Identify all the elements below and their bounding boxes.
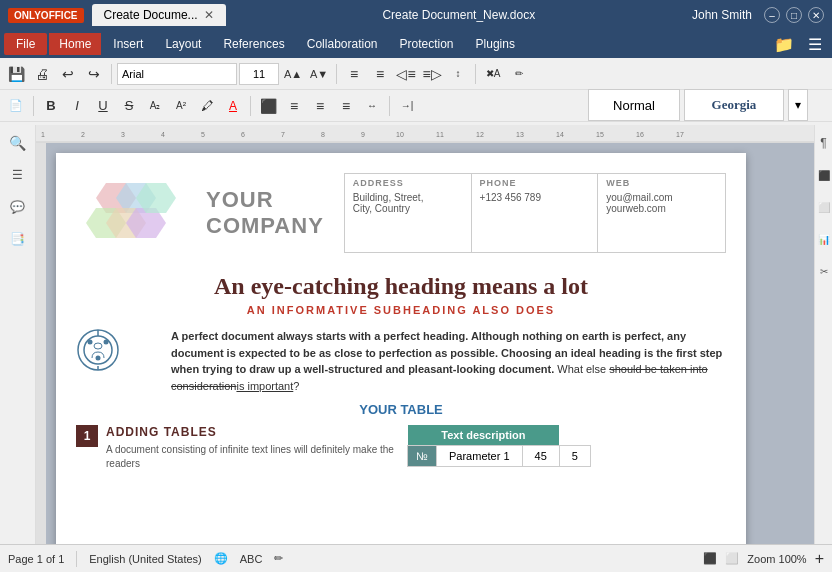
redo-button[interactable]: ↪ [82,62,106,86]
svg-text:1: 1 [41,131,45,138]
indent-tab-button[interactable]: →| [395,94,419,118]
svg-rect-19 [36,143,46,544]
title-bar: ONLYOFFICE Create Docume... ✕ Create Doc… [0,0,832,30]
view-mode-icon2[interactable]: ⬜ [725,552,739,565]
line-spacing-button[interactable]: ↕ [446,62,470,86]
close-button[interactable]: ✕ [808,7,824,23]
toolbar-separator-2 [336,64,337,84]
company-name-line2: COMPANY [206,213,324,239]
table-param-value: Parameter 1 [437,446,523,467]
body-text-whatelse: What else [557,363,609,375]
font-size-increase-button[interactable]: A▲ [281,62,305,86]
svg-text:14: 14 [556,131,564,138]
settings-icon[interactable]: ☰ [802,35,828,54]
spell-check-icon[interactable]: ABC [240,553,263,565]
menu-references[interactable]: References [213,33,294,55]
clear-format-button[interactable]: ✖A [481,62,505,86]
svg-text:9: 9 [361,131,365,138]
style-selector-area: Normal Georgia ▾ [588,89,808,121]
svg-text:17: 17 [676,131,684,138]
print-button[interactable]: 🖨 [30,62,54,86]
save-button[interactable]: 💾 [4,62,28,86]
status-bar: Page 1 of 1 English (United States) 🌐 AB… [0,544,832,572]
minimize-button[interactable]: – [764,7,780,23]
language-globe-icon[interactable]: 🌐 [214,552,228,565]
strikethrough-button[interactable]: S [117,94,141,118]
ltr-rtl-button[interactable]: ↔ [360,94,384,118]
menu-plugins[interactable]: Plugins [466,33,525,55]
align-justify-button[interactable]: ≡ [334,94,358,118]
menu-bar: File Home Insert Layout References Colla… [0,30,832,58]
style-name-box[interactable]: Normal [588,89,680,121]
document-area[interactable]: YOUR COMPANY ADDRESS Building, Street, C… [36,143,814,544]
view-mode-icon1[interactable]: ⬛ [703,552,717,565]
font-size-input[interactable] [239,63,279,85]
track-changes-icon[interactable]: ✏ [274,552,283,565]
address-column: ADDRESS Building, Street, City, Country [345,174,472,252]
sub-heading: AN INFORMATIVE SUBHEADING ALSO DOES [76,304,726,316]
menu-insert[interactable]: Insert [103,33,153,55]
headings-button[interactable]: ☰ [4,161,32,189]
decrease-indent-button[interactable]: ◁≡ [394,62,418,86]
highlight-button[interactable]: 🖍 [195,94,219,118]
bullets-button[interactable]: ≡ [342,62,366,86]
subscript-button[interactable]: A₂ [143,94,167,118]
svg-text:6: 6 [241,131,245,138]
section-left: 1 ADDING TABLES A document consisting of… [76,425,395,471]
font-color-button[interactable]: A [221,94,245,118]
align-left-button[interactable]: ⬛ [256,94,280,118]
svg-text:16: 16 [636,131,644,138]
increase-indent-button[interactable]: ≡▷ [420,62,444,86]
quick-access-button[interactable]: 📄 [4,94,28,118]
bold-button[interactable]: B [39,94,63,118]
italic-button[interactable]: I [65,94,89,118]
superscript-button[interactable]: A² [169,94,193,118]
style-dropdown-button[interactable]: ▾ [788,89,808,121]
app-logo: ONLYOFFICE [8,8,84,23]
sidebar-left: 🔍 ☰ 💬 📑 [0,125,36,545]
svg-point-32 [96,356,101,361]
ruler: 1 2 3 4 5 6 7 8 9 10 11 12 13 14 15 16 1… [36,125,814,143]
toolbar-separator-4 [33,96,34,116]
contact-info: ADDRESS Building, Street, City, Country … [344,173,726,253]
tab-close-icon[interactable]: ✕ [204,8,214,22]
font-name-input[interactable] [117,63,237,85]
menu-file[interactable]: File [4,33,47,55]
maximize-button[interactable]: □ [786,7,802,23]
copy-style-button[interactable]: ✏ [507,62,531,86]
adding-tables-section: 1 ADDING TABLES A document consisting of… [76,425,726,471]
file-open-icon[interactable]: 📁 [768,35,800,54]
menu-protection[interactable]: Protection [390,33,464,55]
phone-column: PHONE +123 456 789 [472,174,599,252]
menu-home[interactable]: Home [49,33,101,55]
table-row: № Parameter 1 45 5 [408,446,591,467]
body-text-underline: is important [236,380,293,392]
company-logo [76,173,196,253]
align-center-button[interactable]: ≡ [282,94,306,118]
numbering-button[interactable]: ≡ [368,62,392,86]
svg-text:15: 15 [596,131,604,138]
vertical-ruler [36,143,46,544]
document-tab[interactable]: Create Docume... ✕ [92,4,226,26]
search-sidebar-button[interactable]: 🔍 [4,129,32,157]
navigate-button[interactable]: 📑 [4,225,32,253]
menu-layout[interactable]: Layout [155,33,211,55]
table-heading: YOUR TABLE [76,402,726,417]
table-val2: 5 [559,446,590,467]
underline-button[interactable]: U [91,94,115,118]
zoom-in-button[interactable]: + [815,550,824,568]
table-val1: 45 [522,446,559,467]
table-header: Text description [408,425,560,446]
undo-button[interactable]: ↩ [56,62,80,86]
company-header: YOUR COMPANY ADDRESS Building, Street, C… [76,173,726,253]
style-font-box[interactable]: Georgia [684,89,784,121]
svg-point-31 [104,340,109,345]
font-size-decrease-button[interactable]: A▼ [307,62,331,86]
align-right-button[interactable]: ≡ [308,94,332,118]
toolbar-separator-6 [389,96,390,116]
menu-collaboration[interactable]: Collaboration [297,33,388,55]
comments-button[interactable]: 💬 [4,193,32,221]
body-paragraph: A perfect document always starts with a … [76,328,726,394]
web-value2: yourweb.com [606,203,717,214]
tab-label: Create Docume... [104,8,198,22]
